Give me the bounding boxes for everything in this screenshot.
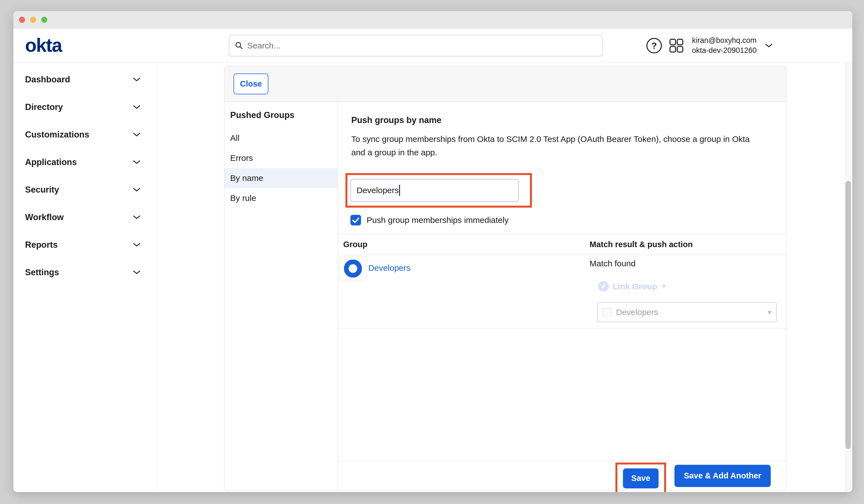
match-table: Group Match result & push action xyxy=(338,234,786,328)
panel-footer: Save Save & Add Another xyxy=(338,461,786,490)
save-button[interactable]: Save xyxy=(623,468,659,489)
sidebar-nav: Dashboard Directory Customizations Appli… xyxy=(13,63,157,492)
link-icon xyxy=(598,281,609,292)
account-org: okta-dev-20901260 xyxy=(691,45,758,56)
search-icon xyxy=(235,41,243,50)
traffic-light-close-button[interactable] xyxy=(19,17,25,23)
traffic-light-minimize-button[interactable] xyxy=(30,17,36,23)
account-chevron-down-icon[interactable] xyxy=(765,44,773,48)
target-group-select[interactable]: Developers ▾ xyxy=(597,302,777,322)
sidebar-item-settings[interactable]: Settings xyxy=(13,259,157,286)
table-row: Developers Match found xyxy=(338,255,786,328)
link-group-label: Link Group xyxy=(613,281,657,291)
traffic-light-zoom-button[interactable] xyxy=(41,17,47,23)
svg-text:?: ? xyxy=(651,41,657,51)
text-cursor xyxy=(399,185,400,196)
sidebar-item-reports[interactable]: Reports xyxy=(13,231,157,259)
column-header-group: Group xyxy=(338,240,590,249)
pushed-groups-title: Pushed Groups xyxy=(224,110,338,120)
target-group-value: Developers xyxy=(616,308,763,317)
column-header-match: Match result & push action xyxy=(590,240,786,249)
account-email: kiran@boxyhq.com xyxy=(691,35,758,45)
chevron-down-icon xyxy=(133,160,140,164)
link-group-dropdown-arrow-icon: ▼ xyxy=(661,283,667,290)
group-avatar-icon xyxy=(344,260,362,277)
apps-grid-icon xyxy=(669,38,684,53)
close-button[interactable]: Close xyxy=(233,73,268,94)
group-name-input[interactable]: Developers xyxy=(350,179,518,202)
app-window: okta ? xyxy=(13,11,852,492)
chevron-down-icon xyxy=(133,105,140,109)
okta-logo: okta xyxy=(25,28,62,63)
checkbox-check-icon xyxy=(350,215,361,225)
target-group-icon xyxy=(603,308,612,317)
group-avatar xyxy=(339,256,367,281)
push-immediately-label: Push group memberships immediately xyxy=(367,215,508,225)
scrollbar-thumb[interactable] xyxy=(845,181,851,449)
group-name-input-value: Developers xyxy=(357,185,399,195)
pushed-groups-tab-by-name[interactable]: By name xyxy=(224,168,338,188)
page-title: Push groups by name xyxy=(351,115,786,125)
scrollbar[interactable] xyxy=(844,63,852,492)
chevron-down-icon xyxy=(133,77,140,82)
pushed-groups-tab-by-rule[interactable]: By rule xyxy=(224,188,338,208)
app-header: okta ? xyxy=(13,28,852,63)
annotation-highlight-save: Save xyxy=(615,463,666,492)
help-button[interactable]: ? xyxy=(646,37,662,54)
pushed-groups-nav: Pushed Groups All Errors By name By rule xyxy=(224,102,338,490)
sidebar-item-security[interactable]: Security xyxy=(13,176,157,203)
sidebar-item-workflow[interactable]: Workflow xyxy=(13,203,157,231)
link-group-button[interactable]: Link Group ▼ xyxy=(598,281,667,292)
help-icon: ? xyxy=(646,37,662,54)
chevron-down-icon xyxy=(133,188,140,192)
push-immediately-checkbox[interactable] xyxy=(350,215,361,225)
window-titlebar xyxy=(13,11,852,28)
save-and-add-another-button[interactable]: Save & Add Another xyxy=(674,465,771,487)
group-name-link[interactable]: Developers xyxy=(368,263,410,273)
apps-menu-button[interactable] xyxy=(669,38,684,53)
push-groups-panel: Close Pushed Groups All Errors By name B… xyxy=(224,66,786,490)
panel-toolbar: Close xyxy=(224,66,786,102)
search-bar[interactable] xyxy=(229,35,603,57)
sidebar-item-directory[interactable]: Directory xyxy=(13,93,157,121)
annotation-highlight-input: Developers xyxy=(346,173,532,208)
sidebar-item-customizations[interactable]: Customizations xyxy=(13,121,157,148)
match-table-header: Group Match result & push action xyxy=(338,234,786,255)
pushed-groups-tab-all[interactable]: All xyxy=(224,128,338,148)
push-immediately-row: Push group memberships immediately xyxy=(350,215,786,225)
account-menu[interactable]: kiran@boxyhq.com okta-dev-20901260 xyxy=(691,35,758,56)
match-status-text: Match found xyxy=(590,259,786,268)
pushed-groups-tab-errors[interactable]: Errors xyxy=(224,148,338,168)
chevron-down-icon xyxy=(133,132,140,137)
select-arrow-icon: ▾ xyxy=(768,308,771,317)
sidebar-item-applications[interactable]: Applications xyxy=(13,148,157,176)
search-input[interactable] xyxy=(247,36,602,56)
chevron-down-icon xyxy=(133,215,140,219)
chevron-down-icon xyxy=(133,243,140,247)
chevron-down-icon xyxy=(133,270,140,274)
sidebar-item-dashboard[interactable]: Dashboard xyxy=(13,66,157,93)
description-text: To sync group memberships from Okta to S… xyxy=(351,132,763,159)
